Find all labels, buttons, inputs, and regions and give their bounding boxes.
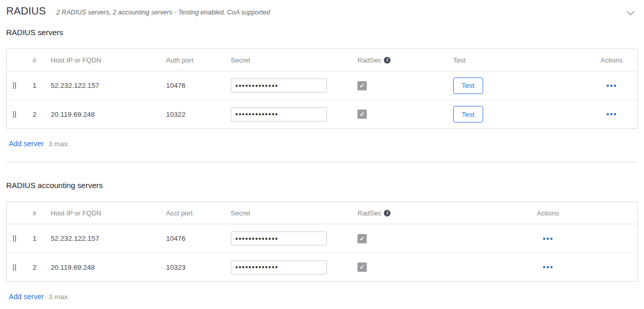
row-number: 2 xyxy=(33,111,51,118)
host-value: 20.119.69.248 xyxy=(51,264,166,271)
row-number: 1 xyxy=(33,235,51,242)
acct-port-value: 10476 xyxy=(166,235,231,242)
col-actions: Actions xyxy=(594,56,637,64)
host-value: 20.119.69.248 xyxy=(51,111,166,118)
radius-servers-title: RADIUS servers xyxy=(6,28,638,37)
max-note: 3 max. xyxy=(49,293,70,301)
add-server-link[interactable]: Add server xyxy=(9,292,44,301)
accounting-servers-table: # Host IP or FQDN Acct port Secret RadSe… xyxy=(6,202,638,282)
row-actions-button[interactable] xyxy=(543,236,552,242)
acct-port-value: 10323 xyxy=(166,264,231,271)
test-button[interactable]: Test xyxy=(453,78,483,94)
col-number: # xyxy=(33,209,51,217)
drag-handle-icon[interactable] xyxy=(13,111,16,118)
ellipsis-icon xyxy=(543,266,545,268)
secret-input[interactable] xyxy=(231,107,327,121)
radius-servers-table: # Host IP or FQDN Auth port Secret RadSe… xyxy=(6,49,638,129)
radsec-checkbox[interactable]: ✓ xyxy=(357,234,367,243)
section-divider xyxy=(6,162,638,162)
col-test: Test xyxy=(453,56,594,64)
add-server-link[interactable]: Add server xyxy=(9,140,44,148)
host-value: 52.232.122.157 xyxy=(51,82,166,89)
ellipsis-icon xyxy=(607,113,609,115)
row-actions-button[interactable] xyxy=(607,111,616,117)
secret-input[interactable] xyxy=(231,231,327,245)
table-row: 2 20.119.69.248 10323 ✓ xyxy=(7,253,637,281)
col-host: Host IP or FQDN xyxy=(51,56,166,64)
host-value: 52.232.122.157 xyxy=(51,235,166,242)
row-actions-button[interactable] xyxy=(607,83,616,89)
table-row: 1 52.232.122.157 10476 ✓ Test xyxy=(7,71,637,100)
test-button[interactable]: Test xyxy=(453,106,483,122)
secret-input[interactable] xyxy=(231,79,327,92)
radsec-checkbox[interactable]: ✓ xyxy=(357,110,367,119)
radsec-checkbox[interactable]: ✓ xyxy=(357,81,367,90)
col-number: # xyxy=(33,56,51,64)
max-note: 3 max. xyxy=(49,140,70,148)
drag-handle-icon[interactable] xyxy=(13,82,16,89)
col-radsec: RadSec i xyxy=(357,56,453,64)
panel-header: RADIUS 2 RADIUS servers, 2 accounting se… xyxy=(6,5,638,21)
row-number: 1 xyxy=(33,82,51,89)
ellipsis-icon xyxy=(543,238,545,240)
add-server-row: Add server 3 max. xyxy=(9,140,638,148)
ellipsis-icon xyxy=(607,85,609,87)
col-secret: Secret xyxy=(231,209,357,217)
table-row: 1 52.232.122.157 10476 ✓ xyxy=(7,224,637,253)
radius-servers-table-header: # Host IP or FQDN Auth port Secret RadSe… xyxy=(7,49,637,71)
col-acct-port: Acct port xyxy=(166,209,231,217)
accounting-servers-title: RADIUS accounting servers xyxy=(6,181,638,190)
radsec-checkbox[interactable]: ✓ xyxy=(357,262,367,272)
info-icon[interactable]: i xyxy=(384,57,391,64)
col-secret: Secret xyxy=(231,56,357,64)
radius-settings-panel: RADIUS 2 RADIUS servers, 2 accounting se… xyxy=(0,0,644,309)
col-actions: Actions xyxy=(531,209,637,217)
auth-port-value: 10476 xyxy=(166,82,231,89)
auth-port-value: 10322 xyxy=(166,111,231,118)
info-icon[interactable]: i xyxy=(384,210,391,217)
secret-input[interactable] xyxy=(231,260,327,274)
page-title: RADIUS xyxy=(6,5,46,17)
collapse-chevron-icon[interactable] xyxy=(626,11,635,16)
table-row: 2 20.119.69.248 10322 ✓ Test xyxy=(7,100,637,128)
col-auth-port: Auth port xyxy=(166,56,231,64)
add-server-row: Add server 3 max. xyxy=(9,292,638,301)
drag-handle-icon[interactable] xyxy=(13,235,16,242)
col-radsec: RadSec i xyxy=(357,209,531,217)
accounting-table-header: # Host IP or FQDN Acct port Secret RadSe… xyxy=(7,202,637,224)
drag-handle-icon[interactable] xyxy=(13,264,16,271)
row-actions-button[interactable] xyxy=(543,264,552,270)
row-number: 2 xyxy=(33,264,51,271)
page-subtitle: 2 RADIUS servers, 2 accounting servers -… xyxy=(56,9,270,16)
col-host: Host IP or FQDN xyxy=(51,209,166,217)
